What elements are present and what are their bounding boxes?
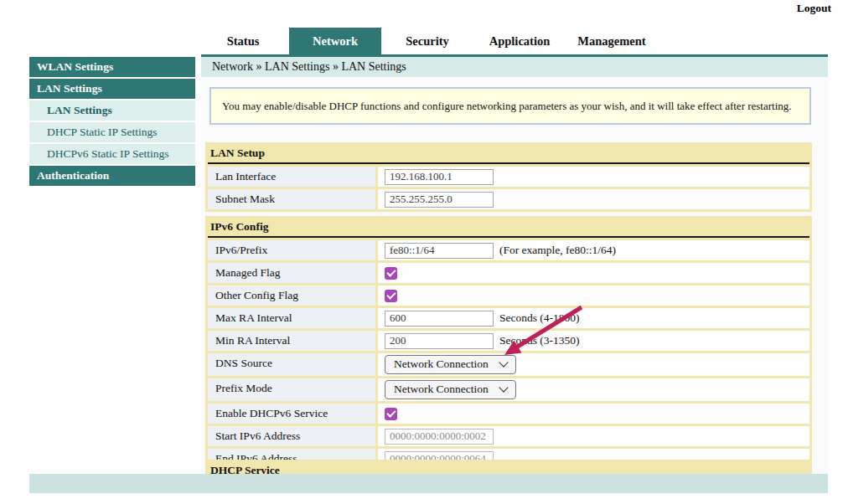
tab-status[interactable]: Status [197, 28, 289, 54]
nav-tabs: StatusNetworkSecurityApplicationManageme… [197, 28, 658, 54]
other-config-flag-checkbox[interactable] [385, 290, 397, 302]
field-value: Network Connection [378, 353, 809, 376]
select-value: Network Connection [394, 357, 489, 371]
sidebar-item-dhcp-static-ip-settings-sub[interactable]: DHCP Static IP Settings [29, 122, 195, 142]
table-row: Enable DHCPv6 Service [208, 404, 809, 424]
field-value: (For example, fe80::1/64) [378, 240, 809, 260]
footer-bar [29, 474, 828, 493]
tab-management[interactable]: Management [566, 28, 658, 54]
breadcrumb-bar: Network » LAN Settings » LAN Settings [201, 54, 828, 77]
field-value: Network Connection [378, 378, 809, 401]
managed-flag-checkbox[interactable] [385, 267, 397, 280]
field-hint: Seconds (3-1350) [499, 334, 580, 347]
sidebar-item-authentication[interactable]: Authentication [29, 166, 195, 186]
notice-text: You may enable/disable DHCP functions an… [222, 100, 792, 112]
field-label-dns-source: DNS Source [208, 353, 375, 376]
min-ra-interval-input[interactable] [385, 333, 494, 349]
table-row: Managed Flag [208, 263, 809, 283]
tab-network[interactable]: Network [289, 28, 381, 54]
field-label-ipv6-prefix: IPv6/Prefix [208, 240, 375, 260]
lan-interface-input[interactable] [385, 169, 494, 185]
start-ipv6-address-input[interactable] [385, 429, 494, 445]
field-value [378, 426, 809, 446]
field-hint: Seconds (4-1800) [499, 311, 580, 325]
logout-link[interactable]: Logout [797, 2, 831, 15]
table-row: Lan Interface [208, 167, 809, 187]
table-row: Other Config Flag [208, 285, 809, 306]
field-label-managed-flag: Managed Flag [208, 263, 375, 283]
field-label-min-ra-interval: Min RA Interval [208, 331, 375, 351]
field-label-enable-dhcpv6-service: Enable DHCPv6 Service [208, 404, 375, 424]
tab-application[interactable]: Application [473, 28, 566, 54]
table-row: DNS SourceNetwork Connection [208, 353, 809, 376]
field-label-other-config-flag: Other Config Flag [208, 285, 375, 306]
sidebar-item-wlan-settings[interactable]: WLAN Settings [29, 57, 195, 77]
table-row: Min RA IntervalSeconds (3-1350) [208, 331, 809, 351]
field-value: Seconds (4-1800) [378, 308, 809, 328]
field-label-start-ipv6-address: Start IPv6 Address [208, 426, 375, 446]
sidebar: WLAN SettingsLAN SettingsLAN SettingsDHC… [29, 57, 195, 188]
sidebar-item-lan-settings[interactable]: LAN Settings [29, 79, 195, 99]
field-label-lan-interface: Lan Interface [208, 167, 375, 187]
select-value: Network Connection [394, 383, 489, 396]
table-row: Prefix ModeNetwork Connection [208, 378, 809, 401]
ipv6-config-section: IPv6 ConfigIPv6/Prefix(For example, fe80… [205, 216, 812, 471]
table-row: Max RA IntervalSeconds (4-1800) [208, 308, 809, 328]
sidebar-item-dhcpv6-static-ip-settings-sub[interactable]: DHCPv6 Static IP Settings [29, 144, 195, 164]
field-value [378, 285, 809, 306]
main-content: You may enable/disable DHCP functions an… [201, 77, 828, 474]
chevron-down-icon [499, 357, 508, 367]
lan-setup-section: LAN SetupLan InterfaceSubnet Mask [205, 142, 812, 212]
dns-source-select[interactable]: Network Connection [385, 355, 516, 374]
subnet-mask-input[interactable] [385, 192, 494, 208]
field-label-subnet-mask: Subnet Mask [208, 189, 375, 209]
enable-dhcpv6-service-checkbox[interactable] [385, 408, 397, 420]
field-value [378, 167, 809, 187]
field-hint: (For example, fe80::1/64) [499, 244, 616, 257]
max-ra-interval-input[interactable] [385, 311, 494, 327]
field-value [378, 263, 809, 283]
breadcrumb: Network » LAN Settings » LAN Settings [212, 60, 406, 73]
sidebar-item-lan-settings-sub[interactable]: LAN Settings [29, 100, 195, 121]
field-value [378, 404, 809, 424]
prefix-mode-select[interactable]: Network Connection [385, 380, 516, 399]
ipv6-prefix-input[interactable] [385, 243, 494, 259]
dhcp-service-section: DHCP Service [205, 460, 812, 474]
table-row: Start IPv6 Address [208, 426, 809, 446]
section-title-lan-setup: LAN Setup [208, 145, 809, 164]
chevron-down-icon [499, 383, 508, 392]
tab-security[interactable]: Security [381, 28, 473, 54]
field-value [378, 189, 809, 209]
notice-box: You may enable/disable DHCP functions an… [209, 87, 811, 125]
section-title-dhcp-service: DHCP Service [208, 462, 809, 474]
field-value: Seconds (3-1350) [378, 331, 809, 351]
field-label-prefix-mode: Prefix Mode [208, 378, 375, 401]
table-row: IPv6/Prefix(For example, fe80::1/64) [208, 240, 809, 260]
field-label-max-ra-interval: Max RA Interval [208, 308, 375, 328]
section-title-ipv6-config: IPv6 Config [208, 219, 809, 238]
table-row: Subnet Mask [208, 189, 809, 209]
